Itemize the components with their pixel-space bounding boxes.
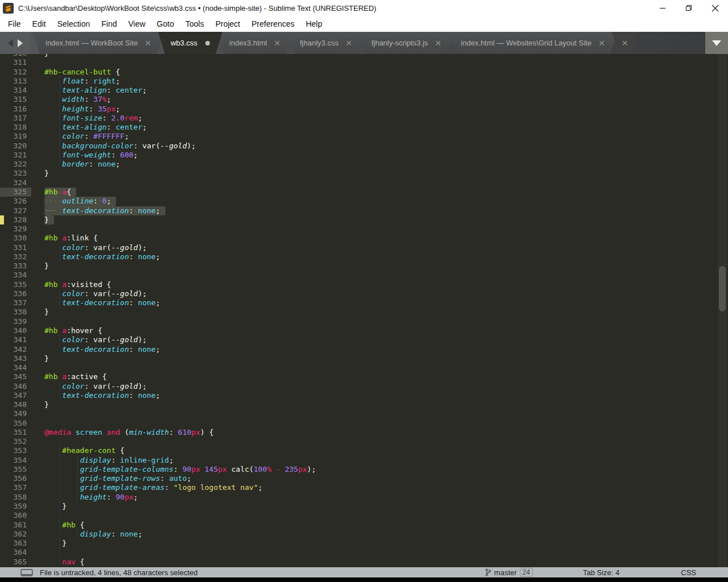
code-line[interactable]: 317 font-size: 2.0rem; (0, 114, 728, 123)
tab-clipped[interactable]: ✕ (612, 32, 638, 54)
menu-goto[interactable]: Goto (151, 17, 180, 31)
code-line[interactable]: 335#hb a:visited { (0, 280, 728, 289)
code-line[interactable]: 328} (0, 215, 728, 225)
close-tab-icon[interactable]: ✕ (345, 39, 352, 47)
code-line[interactable]: 364 (0, 548, 728, 557)
menu-file[interactable]: File (2, 17, 27, 31)
tab-size-indicator[interactable]: Tab Size: 4 (583, 568, 619, 577)
code-line[interactable]: 343} (0, 354, 728, 363)
code-line[interactable]: 323} (0, 169, 728, 178)
code-line[interactable]: 338} (0, 307, 728, 317)
menu-edit[interactable]: Edit (27, 17, 52, 31)
code-line[interactable]: 330#hb a:link { (0, 234, 728, 243)
code-line[interactable]: 349 (0, 409, 728, 418)
code-line[interactable]: 360 (0, 511, 728, 520)
code-line[interactable]: 325#hb·a{ (0, 188, 728, 197)
close-tab-icon[interactable]: ✕ (622, 39, 628, 47)
code-line[interactable]: 350 (0, 419, 728, 428)
code-line[interactable]: 353 #header-cont { (0, 446, 728, 455)
tab-fjhanly3.css[interactable]: fjhanly3.css✕ (287, 32, 365, 54)
code-line[interactable]: 310} (0, 54, 728, 58)
close-button[interactable] (702, 0, 728, 16)
close-tab-icon[interactable]: ✕ (598, 39, 605, 47)
menu-preferences[interactable]: Preferences (246, 17, 300, 31)
code-line[interactable]: 324 (0, 178, 728, 188)
code-line[interactable]: 358 height: 90px; (0, 493, 728, 502)
tab-label: wb3.css (171, 39, 197, 47)
close-tab-icon[interactable]: ✕ (435, 39, 442, 47)
code-line[interactable]: 334 (0, 271, 728, 280)
code-line[interactable]: 313 float: right; (0, 77, 728, 86)
menu-project[interactable]: Project (210, 17, 246, 31)
scrollbar-thumb[interactable] (719, 266, 726, 311)
menu-view[interactable]: View (123, 17, 151, 31)
code-line[interactable]: 332 text-decoration: none; (0, 252, 728, 261)
menu-find[interactable]: Find (96, 17, 122, 31)
code-line[interactable]: 320 background-color: var(--gold); (0, 142, 728, 151)
code-line[interactable]: 365 nav { (0, 558, 728, 567)
restore-button[interactable] (676, 0, 702, 16)
menu-selection[interactable]: Selection (52, 17, 96, 31)
code-line[interactable]: 327text-decoration:·none; (0, 206, 728, 215)
code-line[interactable]: 362 display: none; (0, 530, 728, 539)
tab-fjhanly-scripts3.js[interactable]: fjhanly-scripts3.js✕ (359, 32, 454, 54)
code-line[interactable]: 361 #hb { (0, 521, 728, 530)
code-text: display: inline-grid; (44, 456, 728, 465)
close-tab-icon[interactable]: ✕ (274, 39, 281, 47)
minimize-button[interactable] (650, 0, 676, 16)
indent-guide (59, 465, 60, 474)
tab-nav-arrows[interactable] (0, 32, 31, 54)
code-line[interactable]: 318 text-align: center; (0, 123, 728, 132)
code-line[interactable]: 336 color: var(--gold); (0, 289, 728, 298)
code-line[interactable]: 316 height: 35px; (0, 105, 728, 114)
tab-back-icon[interactable] (8, 39, 13, 47)
code-line[interactable]: 331 color: var(--gold); (0, 243, 728, 252)
close-tab-icon[interactable]: ✕ (144, 39, 151, 47)
code-line[interactable]: 319 color: #FFFFFF; (0, 132, 728, 141)
code-line[interactable]: 340#hb a:hover { (0, 326, 728, 335)
panel-toggle-icon[interactable] (20, 569, 33, 576)
code-line[interactable]: 314 text-align: center; (0, 86, 728, 95)
code-line[interactable]: 337 text-decoration: none; (0, 298, 728, 307)
code-token (44, 483, 80, 492)
code-line[interactable]: 342 text-decoration: none; (0, 345, 728, 354)
tab-index3.html[interactable]: index3.html✕ (217, 32, 293, 54)
code-line[interactable]: 315 width: 37%; (0, 95, 728, 104)
code-line[interactable]: 344 (0, 363, 728, 372)
tab-wb3.css[interactable]: wb3.css (158, 32, 222, 54)
code-editor[interactable]: 310}311312#hb-cancel-butt {313 float: ri… (0, 54, 728, 567)
code-line[interactable]: 347 text-decoration: none; (0, 391, 728, 400)
code-line[interactable]: 326····outline:·0; (0, 197, 728, 206)
code-line[interactable]: 363 } (0, 539, 728, 548)
code-line[interactable]: 339 (0, 317, 728, 326)
scrollbar-track[interactable] (718, 54, 727, 567)
code-line[interactable]: 348} (0, 400, 728, 409)
code-line[interactable]: 311 (0, 58, 728, 67)
code-line[interactable]: 333} (0, 261, 728, 271)
code-line[interactable]: 329 (0, 225, 728, 234)
tab-index.html[interactable]: index.html — WorkBoot Site✕ (33, 32, 164, 54)
code-line[interactable]: 355 grid-template-columns: 90px 145px ca… (0, 465, 728, 474)
code-line[interactable]: 359 } (0, 502, 728, 511)
tab-forward-icon[interactable] (18, 39, 23, 47)
code-line[interactable]: 322 border: none; (0, 160, 728, 169)
menu-tools[interactable]: Tools (180, 17, 210, 31)
code-line[interactable]: 341 color: var(--gold); (0, 335, 728, 344)
code-line[interactable]: 321 font-weight: 600; (0, 151, 728, 160)
code-line[interactable]: 351@media screen and (min-width: 610px) … (0, 428, 728, 437)
tab-index.html[interactable]: index.html — Websites\Grid Layout Site✕ (448, 32, 617, 54)
syntax-indicator[interactable]: CSS (681, 568, 696, 577)
code-line[interactable]: 345#hb a:active { (0, 372, 728, 381)
tab-list-dropdown-button[interactable] (705, 32, 728, 54)
git-status[interactable]: master 24 (485, 568, 533, 577)
dirty-indicator-icon[interactable] (205, 41, 210, 45)
menu-help[interactable]: Help (300, 17, 328, 31)
code-token: 610 (178, 428, 191, 436)
code-line[interactable]: 357 grid-template-areas: "logo logotext … (0, 483, 728, 492)
code-line[interactable]: 354 display: inline-grid; (0, 456, 728, 465)
code-line[interactable]: 356 grid-template-rows: auto; (0, 474, 728, 483)
line-number: 350 (0, 419, 27, 428)
code-line[interactable]: 352 (0, 437, 728, 446)
code-line[interactable]: 312#hb-cancel-butt { (0, 68, 728, 77)
code-line[interactable]: 346 color: var(--gold); (0, 382, 728, 391)
